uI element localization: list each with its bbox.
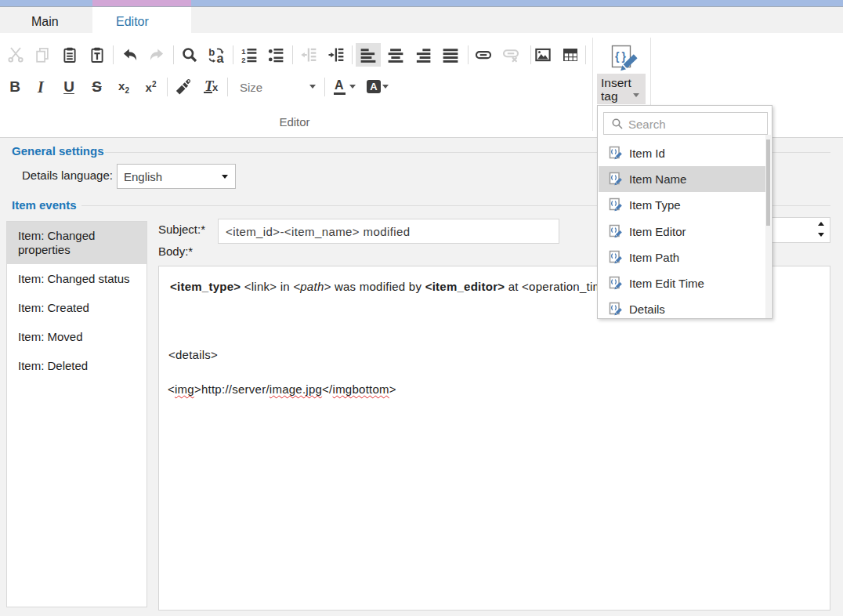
svg-text:{: { xyxy=(615,50,620,63)
svg-text:2: 2 xyxy=(241,56,245,63)
svg-text:1: 1 xyxy=(241,48,245,56)
svg-text:b: b xyxy=(208,47,215,58)
svg-text:}: } xyxy=(622,50,627,63)
